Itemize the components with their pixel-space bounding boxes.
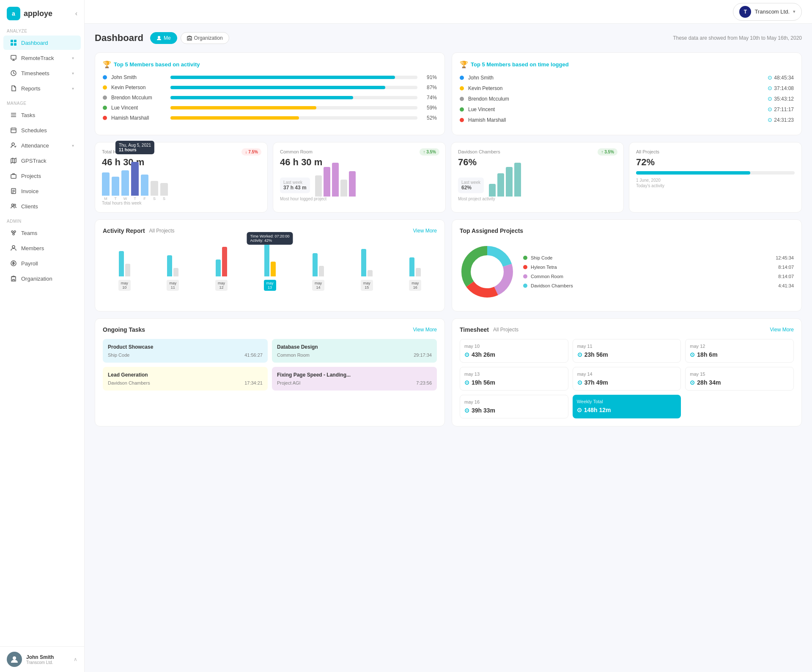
activity-bar (313, 253, 318, 276)
activity-member-row: John Smith 91% (103, 74, 437, 80)
trophy-icon: 🏆 (460, 60, 468, 68)
progress-bar (170, 96, 417, 99)
clock-icon: ⊙ (577, 407, 582, 413)
bar[interactable] (160, 183, 168, 196)
sidebar-item-projects[interactable]: Projects (3, 169, 81, 183)
svg-line-30 (14, 232, 15, 233)
dollar-icon (10, 260, 17, 267)
activity-report-card: Activity Report All Projects View More m… (95, 219, 445, 311)
activity-bars-wrap (409, 257, 421, 276)
clock-icon: ⊙ (690, 379, 695, 386)
clock-icon: ⊙ (768, 96, 772, 102)
tab-me[interactable]: Me (150, 32, 177, 44)
user-name: John Smith (26, 654, 69, 660)
task-project: Project AGI (277, 380, 301, 385)
sidebar-item-tasks[interactable]: Tasks (3, 108, 81, 122)
ongoing-tasks-view-more[interactable]: View More (413, 327, 437, 333)
trophy-icon: 🏆 (103, 60, 111, 68)
sidebar-collapse-button[interactable]: ‹ (75, 10, 77, 17)
progress-pct: 91% (422, 74, 437, 80)
sidebar-item-teams[interactable]: Teams (3, 226, 81, 240)
ts-date: may 12 (690, 344, 789, 349)
all-projects-footer: Today's activity (636, 183, 795, 188)
svg-point-24 (12, 204, 14, 206)
sidebar-item-organization[interactable]: Organization (3, 271, 81, 286)
progress-pct: 87% (422, 85, 437, 90)
member-name: Hamish Marshall (111, 115, 166, 121)
activity-column: may14 (296, 253, 340, 291)
sidebar-item-gpstrack[interactable]: GPSTrack (3, 153, 81, 168)
svg-line-29 (12, 232, 14, 233)
sidebar-item-label: Dashboard (21, 40, 74, 46)
sidebar-item-attendance[interactable]: Attendance ▾ (3, 138, 81, 153)
time-member-row: Hamish Marshall ⊙ 24:31:23 (460, 117, 794, 123)
clock-icon: ⊙ (577, 351, 582, 358)
sidebar-item-dashboard[interactable]: Dashboard (3, 36, 81, 50)
task-title: Fixing Page Speed - Landing... (277, 372, 432, 378)
sidebar-item-clients[interactable]: Clients (3, 199, 81, 213)
activity-bar (368, 270, 373, 276)
bottom-row: Ongoing Tasks View More Product Showcase… (95, 318, 802, 426)
activity-chart: may10may11may12Time Worked: 07:20:00Acti… (103, 240, 437, 291)
person-icon (10, 245, 17, 251)
member-dot (103, 106, 107, 110)
bar[interactable] (102, 172, 110, 196)
sidebar-item-invoice[interactable]: Invoice (3, 184, 81, 198)
card-title-time: 🏆 Top 5 Members based on time logged (460, 60, 794, 68)
sidebar-item-label: Tasks (21, 112, 74, 118)
member-dot (103, 75, 107, 79)
map-icon (10, 157, 17, 164)
svg-marker-16 (11, 158, 16, 163)
svg-point-47 (471, 256, 503, 288)
bar[interactable] (131, 162, 139, 196)
dashboard-header: Dashboard Me Organization These data are… (95, 32, 802, 44)
timesheet-card: Timesheet All Projects View More may 10 … (452, 318, 802, 426)
donut-chart-area: Ship Code 12:45:34 Hyleon Tetra 8:14:07 … (460, 240, 794, 303)
ts-time: ⊙ 23h 56m (577, 351, 677, 358)
mini-bar (324, 167, 330, 197)
activity-bar (222, 247, 227, 276)
bar[interactable] (121, 170, 129, 196)
activity-report-title: Activity Report (103, 227, 145, 234)
timesheet-cell: may 11 ⊙ 23h 56m (573, 339, 681, 363)
member-name: Kevin Peterson (111, 85, 166, 90)
sidebar-item-reports[interactable]: Reports ▾ (3, 81, 81, 96)
ts-time: ⊙ 18h 6m (690, 351, 789, 358)
member-name: Brendon Mcculum (111, 95, 166, 101)
timesheet-cell: may 12 ⊙ 18h 6m (685, 339, 794, 363)
top-activity-card: 🏆 Top 5 Members based on activity John S… (95, 52, 445, 135)
bar[interactable] (151, 181, 158, 196)
timesheet-view-more[interactable]: View More (770, 327, 794, 333)
org-selector[interactable]: T Transcom Ltd. ▾ (733, 3, 802, 21)
activity-bar (173, 268, 178, 276)
sidebar-item-schedules[interactable]: Schedules (3, 123, 81, 137)
progress-bar (170, 86, 417, 89)
progress-pct: 59% (422, 105, 437, 111)
time-value: ⊙ 35:43:12 (768, 96, 794, 102)
sidebar-item-payroll[interactable]: Payroll (3, 256, 81, 270)
ongoing-tasks-title: Ongoing Tasks (103, 326, 145, 333)
progress-pct: 74% (422, 95, 437, 101)
legend-row: Ship Code 12:45:34 (523, 255, 794, 260)
grid-icon (10, 39, 17, 46)
time-value: ⊙ 24:31:23 (768, 117, 794, 123)
sidebar-item-members[interactable]: Members (3, 241, 81, 255)
task-project: Common Room (277, 352, 310, 358)
all-projects-value: 72% (636, 157, 795, 168)
activity-report-view-more[interactable]: View More (413, 228, 437, 234)
chevron-down-icon: ▾ (72, 56, 74, 60)
member-dot (460, 97, 464, 101)
tab-organization[interactable]: Organization (181, 32, 229, 44)
sidebar-item-remotetrack[interactable]: RemoteTrack ▾ (3, 51, 81, 65)
sidebar-item-label: Invoice (21, 188, 74, 194)
bar[interactable] (112, 177, 119, 196)
file-icon (10, 85, 17, 92)
activity-column: may11 (151, 255, 195, 291)
user-check-icon (10, 142, 17, 149)
activity-bar (416, 268, 421, 276)
sidebar-item-timesheets[interactable]: Timesheets ▾ (3, 66, 81, 80)
user-profile-area[interactable]: John Smith Transcom Ltd. ∧ (0, 646, 84, 672)
bar[interactable] (141, 175, 148, 196)
building-icon (10, 275, 17, 282)
top-assigned-header: Top Assigned Projects (460, 227, 794, 234)
